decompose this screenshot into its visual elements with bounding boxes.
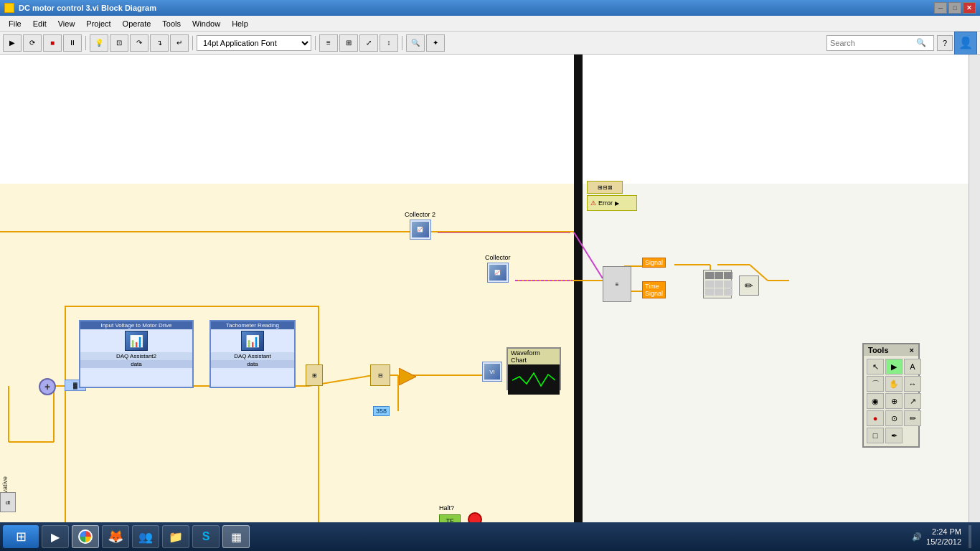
time-signal-block[interactable]: Time Signal xyxy=(642,281,666,298)
step-into-button[interactable]: ↴ xyxy=(150,34,169,52)
minimize-button[interactable]: ─ xyxy=(934,2,947,14)
window-title: DC motor control 3.vi Block Diagram xyxy=(19,4,934,12)
white-area xyxy=(0,55,980,184)
collector-icon-block[interactable]: 📈 xyxy=(487,263,509,283)
collector2-icon-block[interactable]: 📈 xyxy=(410,220,431,240)
reorder-button[interactable]: ↕ xyxy=(380,34,398,52)
edit-icon[interactable]: ✏ xyxy=(739,276,759,296)
tool-highlight[interactable]: ▶ xyxy=(885,359,903,375)
taskbar-explorer-btn[interactable]: 📁 xyxy=(162,525,189,548)
tool-color-fill[interactable]: ✏ xyxy=(904,410,921,426)
menu-window[interactable]: Window xyxy=(187,18,226,29)
abort-button[interactable]: ■ xyxy=(43,34,62,52)
run-arrow-button[interactable]: ▶ xyxy=(3,34,22,52)
step-over-button[interactable]: ↷ xyxy=(130,34,149,52)
tools-panel-header: Tools × xyxy=(864,344,918,356)
user-avatar[interactable]: 👤 xyxy=(954,32,977,55)
tool-pencil[interactable]: ↗ xyxy=(904,393,921,409)
step-out-button[interactable]: ↵ xyxy=(170,34,189,52)
retain-wire-button[interactable]: ⊡ xyxy=(110,34,128,52)
collector2-label: Collector 2 xyxy=(405,211,435,218)
tool-wire[interactable]: ⌒ xyxy=(867,376,884,392)
convert-block-2[interactable]: ⊟ xyxy=(370,364,390,386)
taskbar-users-btn[interactable]: 👥 xyxy=(132,525,159,548)
run-continuously-button[interactable]: ⟳ xyxy=(23,34,42,52)
search-area: 🔍 xyxy=(826,35,934,51)
table-block[interactable] xyxy=(703,270,732,298)
halt-label: Halt? xyxy=(439,504,454,512)
collector-area: Collector 📈 xyxy=(485,254,511,283)
help-button[interactable]: ? xyxy=(937,35,953,51)
tool-breakpoint[interactable]: ● xyxy=(867,410,884,426)
start-button[interactable]: ⊞ xyxy=(3,525,39,548)
error-arrow: ▶ xyxy=(615,200,619,207)
taskbar-chrome-btn[interactable] xyxy=(72,525,99,548)
search-icon: 🔍 xyxy=(916,38,926,47)
menu-help[interactable]: Help xyxy=(226,18,254,29)
tool-custom-probe[interactable]: ⊙ xyxy=(885,410,903,426)
daq-icon: 📊 xyxy=(241,331,264,351)
clock-time: 2:24 PM xyxy=(926,527,961,537)
taskbar-tray: 🔊 2:24 PM 15/2/2012 xyxy=(906,525,977,548)
daq2-icon: 📊 xyxy=(125,331,148,351)
tool-probe[interactable]: ◉ xyxy=(867,393,884,409)
app-icon xyxy=(4,3,14,13)
const-358[interactable]: 358 xyxy=(373,406,390,416)
tool-cursor[interactable]: ↖ xyxy=(867,359,884,375)
vertical-scrollbar[interactable] xyxy=(969,55,980,522)
maximize-button[interactable]: □ xyxy=(948,2,961,14)
tool-text[interactable]: A xyxy=(904,359,921,375)
toolbar-separator-3 xyxy=(315,36,316,50)
derivative-block[interactable]: dt xyxy=(0,492,16,512)
daq-assistant2-block[interactable]: Input Voltage to Motor Drive 📊 DAQ Assis… xyxy=(79,320,194,388)
tool-paint[interactable]: ✒ xyxy=(885,428,903,443)
taskbar-app7-btn[interactable]: ▦ xyxy=(222,525,250,548)
resize-button[interactable]: ⤢ xyxy=(359,34,378,52)
show-desktop-btn[interactable] xyxy=(969,525,971,548)
daq-sublabel: DAQ Assistant xyxy=(211,352,294,360)
toolbar-separator-4 xyxy=(402,36,402,50)
volume-icon[interactable]: 🔊 xyxy=(912,532,922,542)
error-label: Error xyxy=(598,199,613,207)
menu-tools[interactable]: Tools xyxy=(156,18,187,29)
close-button[interactable]: ✕ xyxy=(963,2,976,14)
taskbar-firefox-btn[interactable]: 🦊 xyxy=(102,525,129,548)
waveform-chart[interactable]: Waveform Chart xyxy=(507,347,561,390)
signal-output-block[interactable]: Signal xyxy=(642,258,666,268)
highlight-button[interactable]: 💡 xyxy=(90,34,108,52)
menu-operate[interactable]: Operate xyxy=(117,18,157,29)
vi-convert-block[interactable]: VI xyxy=(482,362,502,382)
waveform-chart-body xyxy=(508,364,560,395)
zoom-button[interactable]: 🔍 xyxy=(406,34,425,52)
search-input[interactable] xyxy=(830,39,916,47)
error-header-block[interactable]: ⊞⊟⊠ xyxy=(587,181,623,194)
distribute-button[interactable]: ⊞ xyxy=(339,34,358,52)
title-bar: DC motor control 3.vi Block Diagram ─ □ … xyxy=(0,0,980,16)
taskbar-media-btn[interactable]: ▶ xyxy=(42,525,69,548)
pause-button[interactable]: ⏸ xyxy=(63,34,82,52)
collector2-area: Collector 2 📈 xyxy=(405,211,435,240)
font-selector[interactable]: 14pt Application Font xyxy=(197,35,311,51)
menu-file[interactable]: File xyxy=(3,18,27,29)
triangle-block[interactable] xyxy=(399,368,416,387)
tool-scroll[interactable]: ↔ xyxy=(904,376,921,392)
error-cluster-block[interactable]: ⚠ Error ▶ xyxy=(587,195,637,211)
merge-signals-block[interactable]: ≡ xyxy=(603,266,631,302)
tool-select-color[interactable]: □ xyxy=(867,428,884,443)
taskbar-skype-btn[interactable]: S xyxy=(192,525,220,548)
menu-project[interactable]: Project xyxy=(80,18,116,29)
error-icon: ⚠ xyxy=(590,199,596,207)
block-diagram-canvas[interactable]: + ▓ rivative dt Input Voltage to Motor D… xyxy=(0,55,980,534)
menu-view[interactable]: View xyxy=(52,18,81,29)
tool-hand[interactable]: ✋ xyxy=(885,376,903,392)
tool-color-copy[interactable]: ⊕ xyxy=(885,393,903,409)
menu-edit[interactable]: Edit xyxy=(27,18,52,29)
daq-assistant-block[interactable]: Tachometer Reading 📊 DAQ Assistant data xyxy=(209,320,296,388)
convert-block-1[interactable]: ⊞ xyxy=(306,364,323,386)
align-button[interactable]: ≡ xyxy=(319,34,338,52)
window-controls[interactable]: ─ □ ✕ xyxy=(934,2,976,14)
cleanup-button[interactable]: ✦ xyxy=(426,34,445,52)
tools-panel-close[interactable]: × xyxy=(910,346,914,354)
svg-rect-28 xyxy=(512,366,555,393)
add-block[interactable]: + xyxy=(39,378,56,395)
